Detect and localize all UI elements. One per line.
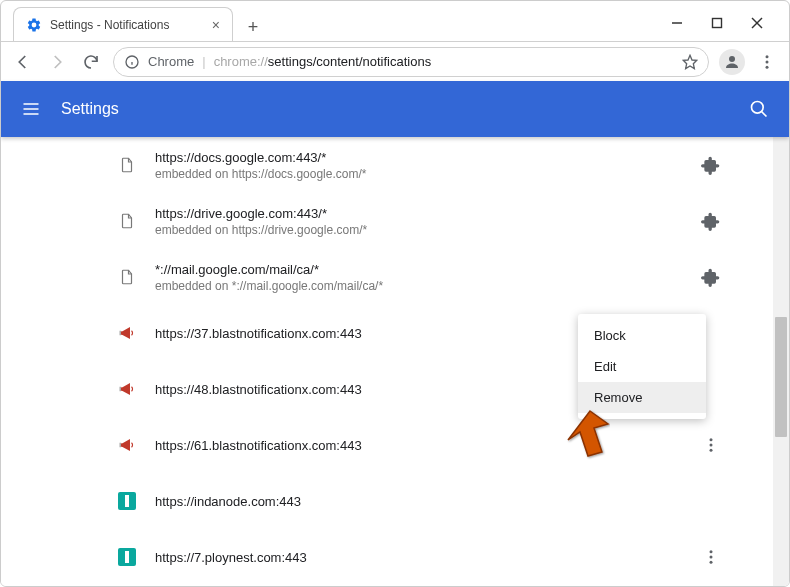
site-row: https://docs.google.com:443/*embedded on… — [111, 137, 729, 193]
svg-point-22 — [710, 449, 713, 452]
site-row: https://indanode.com:443 — [111, 473, 729, 529]
search-icon[interactable] — [749, 99, 769, 119]
file-icon — [117, 211, 137, 231]
svg-point-9 — [766, 55, 769, 58]
minimize-button[interactable] — [657, 9, 697, 37]
site-row: https://7.ploynest.com:443 — [111, 529, 729, 585]
site-text: https://61.blastnotificationx.com:443 — [155, 438, 699, 453]
megaphone-icon — [117, 379, 137, 399]
site-text: https://docs.google.com:443/*embedded on… — [155, 150, 699, 181]
megaphone-icon — [117, 323, 137, 343]
teal-icon — [117, 491, 137, 511]
site-info-icon[interactable] — [124, 54, 140, 70]
file-icon — [117, 267, 137, 287]
svg-marker-7 — [683, 55, 696, 68]
teal-icon — [117, 547, 137, 567]
site-sub: embedded on *://mail.google.com/mail/ca/… — [155, 279, 699, 293]
annotation-arrow-icon — [550, 406, 610, 466]
maximize-button[interactable] — [697, 9, 737, 37]
context-menu: BlockEditRemove — [578, 314, 706, 419]
extension-puzzle-icon[interactable] — [699, 153, 723, 177]
chrome-menu-button[interactable] — [755, 50, 779, 74]
svg-rect-1 — [713, 19, 722, 28]
site-row: *://mail.google.com/mail/ca/*embedded on… — [111, 249, 729, 305]
settings-gear-icon — [26, 17, 42, 33]
svg-point-20 — [710, 438, 713, 441]
context-menu-block[interactable]: Block — [578, 320, 706, 351]
scrollbar-thumb[interactable] — [775, 317, 787, 437]
svg-point-24 — [710, 556, 713, 559]
site-text: https://drive.google.com:443/*embedded o… — [155, 206, 699, 237]
browser-tab[interactable]: Settings - Notifications × — [13, 7, 233, 41]
more-actions-button[interactable] — [699, 433, 723, 457]
file-icon — [117, 155, 137, 175]
svg-marker-26 — [568, 411, 608, 456]
site-url: https://7.ploynest.com:443 — [155, 550, 699, 565]
new-tab-button[interactable]: + — [239, 13, 267, 41]
site-sub: embedded on https://drive.google.com/* — [155, 223, 699, 237]
context-menu-edit[interactable]: Edit — [578, 351, 706, 382]
settings-title: Settings — [61, 100, 119, 118]
site-url: *://mail.google.com/mail/ca/* — [155, 262, 699, 277]
svg-rect-19 — [120, 443, 122, 448]
svg-point-15 — [752, 102, 764, 114]
svg-rect-17 — [120, 331, 122, 336]
svg-point-8 — [729, 56, 735, 62]
url-scheme-label: Chrome — [148, 54, 194, 69]
reload-button[interactable] — [79, 50, 103, 74]
site-text: https://7.ploynest.com:443 — [155, 550, 699, 565]
svg-point-10 — [766, 60, 769, 63]
svg-point-11 — [766, 65, 769, 68]
site-row: https://drive.google.com:443/*embedded o… — [111, 193, 729, 249]
svg-line-16 — [762, 112, 767, 117]
scrollbar-track[interactable] — [773, 137, 789, 587]
url-text: chrome://settings/content/notifications — [214, 54, 432, 69]
close-tab-icon[interactable]: × — [212, 17, 220, 33]
extension-puzzle-icon[interactable] — [699, 209, 723, 233]
svg-point-21 — [710, 444, 713, 447]
site-url: https://docs.google.com:443/* — [155, 150, 699, 165]
profile-avatar[interactable] — [719, 49, 745, 75]
site-text: https://indanode.com:443 — [155, 494, 699, 509]
svg-point-25 — [710, 561, 713, 564]
extension-puzzle-icon[interactable] — [699, 265, 723, 289]
svg-rect-18 — [120, 387, 122, 392]
bookmark-star-icon[interactable] — [682, 54, 698, 70]
site-text: *://mail.google.com/mail/ca/*embedded on… — [155, 262, 699, 293]
site-row: https://61.blastnotificationx.com:443 — [111, 417, 729, 473]
tab-title: Settings - Notifications — [50, 18, 169, 32]
site-url: https://61.blastnotificationx.com:443 — [155, 438, 699, 453]
forward-button[interactable] — [45, 50, 69, 74]
more-actions-button — [699, 489, 723, 513]
more-actions-button[interactable] — [699, 545, 723, 569]
address-bar[interactable]: Chrome | chrome://settings/content/notif… — [113, 47, 709, 77]
hamburger-menu-icon[interactable] — [21, 99, 41, 119]
url-separator: | — [202, 54, 205, 69]
site-url: https://indanode.com:443 — [155, 494, 699, 509]
site-url: https://drive.google.com:443/* — [155, 206, 699, 221]
back-button[interactable] — [11, 50, 35, 74]
site-sub: embedded on https://docs.google.com/* — [155, 167, 699, 181]
megaphone-icon — [117, 435, 137, 455]
svg-point-23 — [710, 550, 713, 553]
close-window-button[interactable] — [737, 9, 777, 37]
